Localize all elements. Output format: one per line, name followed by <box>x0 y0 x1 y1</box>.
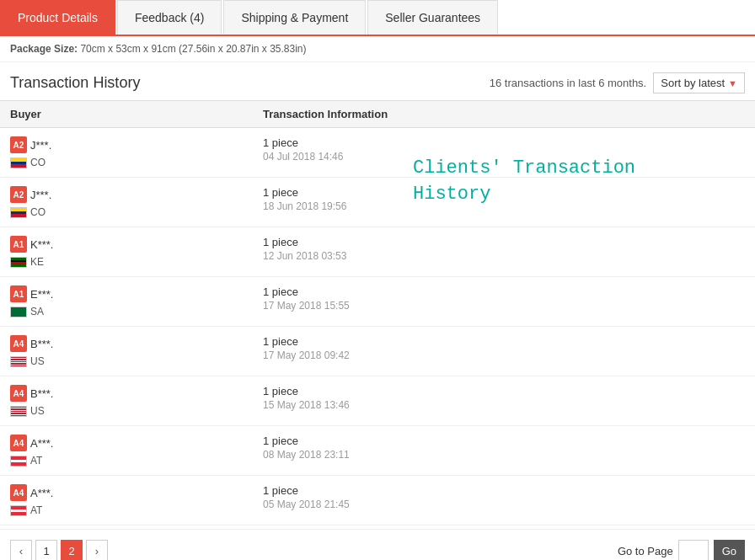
flag-2 <box>10 257 27 268</box>
txn-piece-6: 1 piece <box>263 435 745 447</box>
txn-info-cell-6: 1 piece 08 May 2018 23:11 <box>253 426 755 476</box>
buyer-cell-7: A4 A***. AT <box>0 476 253 525</box>
avatar-4: A4 <box>10 335 27 352</box>
table-row: A1 K***. KE 1 piece 12 Jun 2018 03:53 <box>0 227 755 277</box>
txn-piece-4: 1 piece <box>263 335 745 348</box>
buyer-name-4: B***. <box>30 338 53 350</box>
txn-date-1: 18 Jun 2018 19:56 <box>263 200 745 212</box>
txn-info-cell-2: 1 piece 12 Jun 2018 03:53 <box>253 227 755 277</box>
flag-3 <box>10 307 27 317</box>
package-size-label: Package Size: <box>10 43 78 55</box>
col-transaction-info: Transaction Information <box>253 101 755 128</box>
flag-1 <box>10 207 27 218</box>
table-row: A4 A***. AT 1 piece 08 May 2018 23:11 <box>0 426 755 476</box>
txn-piece-3: 1 piece <box>263 285 745 298</box>
country-5: US <box>30 405 45 417</box>
go-button[interactable]: Go <box>714 540 745 560</box>
txn-info-cell-5: 1 piece 15 May 2018 13:46 <box>253 376 755 426</box>
sort-button[interactable]: Sort by latest ▼ <box>653 72 745 93</box>
flag-4 <box>10 356 27 367</box>
buyer-name-1: J***. <box>30 189 51 201</box>
txn-date-5: 15 May 2018 13:46 <box>263 399 745 411</box>
country-3: SA <box>30 306 44 317</box>
txn-info-cell-4: 1 piece 17 May 2018 09:42 <box>253 327 755 376</box>
table-row: A1 E***. SA 1 piece 17 May 2018 15:55 <box>0 277 755 327</box>
txn-piece-2: 1 piece <box>263 236 745 248</box>
table-row: A2 J***. CO 1 piece 04 Jul 2018 14:46 <box>0 128 755 178</box>
txn-date-0: 04 Jul 2018 14:46 <box>263 151 745 163</box>
txn-piece-0: 1 piece <box>263 136 745 149</box>
goto-label: Go to Page <box>618 545 673 557</box>
txn-date-2: 12 Jun 2018 03:53 <box>263 250 745 262</box>
txn-piece-7: 1 piece <box>263 484 745 497</box>
buyer-name-7: A***. <box>30 487 53 499</box>
txn-info-cell-0: 1 piece 04 Jul 2018 14:46 <box>253 128 755 178</box>
buyer-name-3: E***. <box>30 288 53 301</box>
txn-info-cell-7: 1 piece 05 May 2018 21:45 <box>253 476 755 525</box>
flag-5 <box>10 406 27 417</box>
buyer-cell-5: A4 B***. US <box>0 376 253 426</box>
avatar-2: A1 <box>10 236 27 253</box>
transaction-header: Transaction History 16 transactions in l… <box>0 62 755 100</box>
txn-date-6: 08 May 2018 23:11 <box>263 449 745 461</box>
sort-arrow-icon: ▼ <box>728 78 737 88</box>
country-7: AT <box>30 504 42 516</box>
pagination-bar: ‹ 1 2 › Go to Page Go <box>0 529 755 560</box>
tab-seller-guarantees[interactable]: Seller Guarantees <box>367 0 498 35</box>
avatar-1: A2 <box>10 186 27 203</box>
buyer-name-0: J***. <box>30 139 51 152</box>
tab-shipping-payment[interactable]: Shipping & Payment <box>223 0 366 35</box>
transaction-table: Buyer Transaction Information A2 J***. C… <box>0 100 755 525</box>
avatar-6: A4 <box>10 435 27 451</box>
avatar-5: A4 <box>10 385 27 402</box>
tab-feedback[interactable]: Feedback (4) <box>117 0 222 35</box>
package-size-row: Package Size: 70cm x 53cm x 91cm (27.56i… <box>0 36 755 62</box>
table-row: A4 B***. US 1 piece 17 May 2018 09:42 <box>0 327 755 376</box>
txn-date-7: 05 May 2018 21:45 <box>263 499 745 510</box>
country-1: CO <box>30 206 46 218</box>
buyer-name-5: B***. <box>30 387 53 400</box>
transaction-title: Transaction History <box>10 74 140 92</box>
next-page-button[interactable]: › <box>86 540 108 560</box>
table-row: A4 B***. US 1 piece 15 May 2018 13:46 <box>0 376 755 426</box>
txn-piece-1: 1 piece <box>263 186 745 199</box>
prev-page-button[interactable]: ‹ <box>10 540 32 560</box>
avatar-7: A4 <box>10 484 27 501</box>
buyer-cell-3: A1 E***. SA <box>0 277 253 327</box>
buyer-cell-6: A4 A***. AT <box>0 426 253 476</box>
pagination-left: ‹ 1 2 › <box>10 540 108 560</box>
table-row: A4 A***. AT 1 piece 05 May 2018 21:45 <box>0 476 755 525</box>
col-buyer: Buyer <box>0 101 253 128</box>
buyer-cell-1: A2 J***. CO <box>0 178 253 227</box>
flag-0 <box>10 157 27 168</box>
tab-bar: Product Details Feedback (4) Shipping & … <box>0 0 755 36</box>
transaction-meta: 16 transactions in last 6 months. Sort b… <box>490 72 745 93</box>
sort-label: Sort by latest <box>661 77 725 89</box>
txn-date-3: 17 May 2018 15:55 <box>263 300 745 312</box>
country-0: CO <box>30 157 46 168</box>
avatar-0: A2 <box>10 136 27 153</box>
buyer-cell-4: A4 B***. US <box>0 327 253 376</box>
flag-7 <box>10 505 27 516</box>
package-size-value: 70cm x 53cm x 91cm (27.56in x 20.87in x … <box>80 43 306 55</box>
txn-info-cell-3: 1 piece 17 May 2018 15:55 <box>253 277 755 327</box>
country-4: US <box>30 355 45 367</box>
buyer-cell-2: A1 K***. KE <box>0 227 253 277</box>
page-1-button[interactable]: 1 <box>35 540 57 560</box>
page-input[interactable] <box>678 540 709 560</box>
country-2: KE <box>30 256 44 268</box>
country-6: AT <box>30 455 42 467</box>
table-row: A2 J***. CO 1 piece 18 Jun 2018 19:56 <box>0 178 755 227</box>
page-2-button[interactable]: 2 <box>61 540 83 560</box>
txn-info-cell-1: 1 piece 18 Jun 2018 19:56 <box>253 178 755 227</box>
buyer-name-6: A***. <box>30 437 53 450</box>
avatar-3: A1 <box>10 285 27 302</box>
buyer-cell-0: A2 J***. CO <box>0 128 253 178</box>
flag-6 <box>10 456 27 467</box>
transaction-count: 16 transactions in last 6 months. <box>490 77 646 89</box>
tab-product-details[interactable]: Product Details <box>0 0 115 35</box>
txn-piece-5: 1 piece <box>263 385 745 397</box>
txn-date-4: 17 May 2018 09:42 <box>263 349 745 361</box>
buyer-name-2: K***. <box>30 238 53 251</box>
pagination-right: Go to Page Go <box>618 540 745 560</box>
